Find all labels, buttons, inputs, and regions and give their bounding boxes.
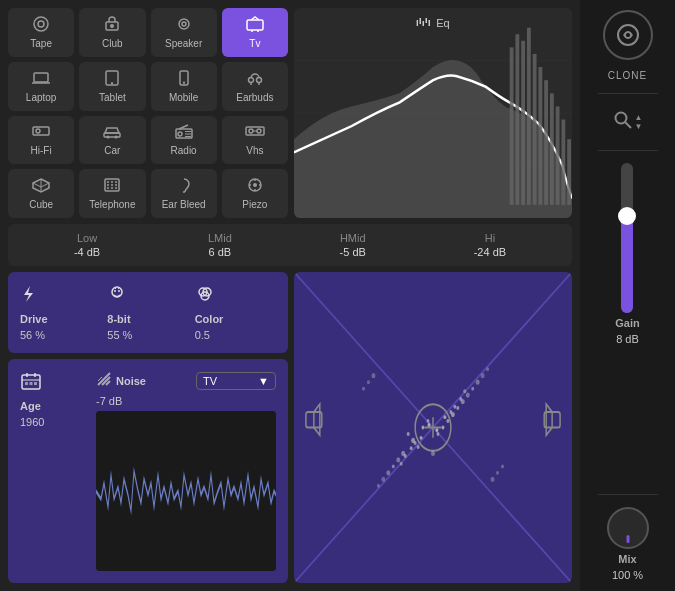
svg-rect-65 [561,120,565,205]
eq-title: Eq [436,17,449,29]
effect-color: Color 0.5 [195,284,276,341]
svg-line-71 [118,288,119,289]
preset-tablet[interactable]: Tablet [79,62,145,111]
preset-vhs[interactable]: Vhs [222,116,288,165]
noise-val: -7 dB [96,395,276,407]
effects-row-bottom: Age 1960 Noise TV [8,359,288,583]
svg-point-122 [443,415,446,419]
svg-point-3 [110,24,114,28]
freq-low-name: Low [77,232,97,244]
svg-rect-80 [30,382,33,385]
preset-radio[interactable]: Radio [151,116,217,165]
svg-point-134 [367,380,370,384]
effect-drive-label: Drive [20,313,48,325]
radio-icon [174,123,194,142]
tape-icon [31,16,51,35]
mix-knob-container: Mix 100 % [607,507,649,581]
svg-point-120 [449,410,452,414]
svg-rect-60 [533,54,537,205]
svg-point-5 [182,22,186,26]
freq-lmid-val: 6 dB [209,246,232,258]
svg-point-110 [471,387,474,391]
svg-rect-57 [515,34,519,205]
bottom-section: Drive 56 % 8-bit 55 % Colo [8,272,572,583]
noise-dropdown-row: Noise TV ▼ [96,371,276,391]
svg-point-69 [118,290,120,292]
preset-hifi[interactable]: Hi-Fi [8,116,74,165]
mobile-icon [174,70,194,89]
preset-tape[interactable]: Tape [8,8,74,57]
svg-point-106 [466,393,470,398]
preset-tv[interactable]: Tv [222,8,288,57]
svg-point-68 [114,290,116,292]
effect-drive-val: 56 % [20,329,45,341]
effect-age: Age 1960 [20,371,90,571]
freq-low: Low -4 dB [74,232,100,258]
freq-hmid-name: HMid [340,232,366,244]
earbleed-icon [174,177,194,196]
svg-rect-9 [34,73,48,82]
svg-point-129 [491,477,495,482]
noise-type-value: TV [203,375,217,387]
piezo-icon [245,177,265,196]
svg-point-130 [371,373,375,378]
preset-laptop-label: Laptop [26,92,57,103]
clone-label: CLONE [608,70,647,81]
preset-earbuds[interactable]: Earbuds [222,62,288,111]
preset-earbuds-label: Earbuds [236,92,273,103]
zoom-control[interactable]: ▲ ▼ [613,110,643,134]
svg-point-24 [178,132,182,136]
effect-8bit-label: 8-bit [107,313,130,325]
svg-point-136 [625,32,631,38]
preset-piezo-label: Piezo [242,199,267,210]
preset-mobile[interactable]: Mobile [151,62,217,111]
svg-rect-58 [521,41,525,205]
svg-rect-62 [544,80,548,205]
svg-point-133 [496,471,499,475]
svg-point-102 [456,406,459,410]
mix-knob[interactable] [607,507,649,549]
svg-point-41 [183,191,185,193]
preset-grid: Tape Club Speaker [8,8,288,218]
gain-slider-thumb[interactable] [618,207,636,225]
svg-point-105 [441,426,444,430]
svg-point-118 [453,405,456,409]
preset-speaker[interactable]: Speaker [151,8,217,57]
tv-icon [245,16,265,35]
preset-cube-label: Cube [29,199,53,210]
preset-cube[interactable]: Cube [8,169,74,218]
clone-button[interactable] [603,10,653,60]
noise-stripe-icon [96,371,112,391]
preset-laptop[interactable]: Laptop [8,62,74,111]
svg-rect-4 [179,19,189,29]
freq-lmid: LMid 6 dB [208,232,232,258]
freq-hmid-val: -5 dB [340,246,366,258]
preset-mobile-label: Mobile [169,92,198,103]
hifi-icon [31,123,51,142]
top-section: Tape Club Speaker [8,8,572,218]
freq-hi-val: -24 dB [474,246,506,258]
svg-point-128 [486,367,489,371]
preset-earbleed[interactable]: Ear Bleed [151,169,217,218]
preset-car[interactable]: Car [79,116,145,165]
svg-point-112 [476,380,480,385]
gain-slider-track[interactable] [621,163,633,313]
svg-rect-6 [247,20,263,30]
noise-type-dropdown[interactable]: TV ▼ [196,372,276,390]
preset-telephone[interactable]: Telephone [79,169,145,218]
svg-point-114 [463,389,466,393]
preset-piezo[interactable]: Piezo [222,169,288,218]
effect-color-val: 0.5 [195,329,210,341]
tablet-icon [102,70,122,89]
preset-tv-label: Tv [249,38,260,49]
divider-2 [598,150,658,151]
svg-point-30 [257,129,261,133]
right-panel: CLONE ▲ ▼ Gain 8 dB Mix [580,0,675,591]
preset-club[interactable]: Club [79,8,145,57]
preset-earbleed-label: Ear Bleed [162,199,206,210]
preset-tablet-label: Tablet [99,92,126,103]
svg-point-117 [410,446,413,450]
svg-rect-56 [510,47,514,205]
earbuds-icon [245,70,265,89]
stereo-panel [294,272,572,583]
